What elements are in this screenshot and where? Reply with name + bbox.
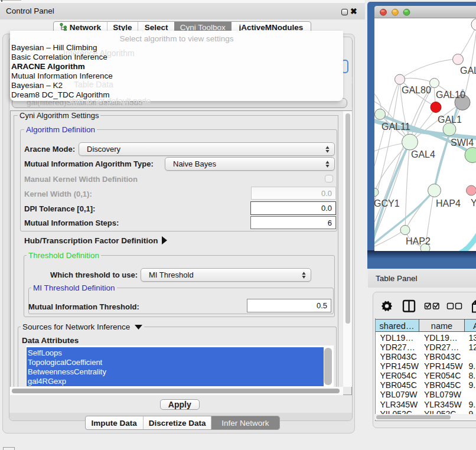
svg-text:GAL1: GAL1 <box>438 114 462 124</box>
svg-text:GCY1: GCY1 <box>374 198 400 208</box>
svg-text:GAL: GAL <box>460 65 476 75</box>
svg-text:GAL11: GAL11 <box>382 121 410 131</box>
svg-text:HAP4: HAP4 <box>436 198 461 208</box>
svg-text:GAL10: GAL10 <box>436 89 465 99</box>
svg-text:GAL4: GAL4 <box>411 149 435 159</box>
svg-text:HAP2: HAP2 <box>406 236 431 246</box>
svg-text:SWI4: SWI4 <box>451 137 474 147</box>
svg-text:Y: Y <box>471 197 476 207</box>
svg-text:GAL80: GAL80 <box>402 84 431 94</box>
